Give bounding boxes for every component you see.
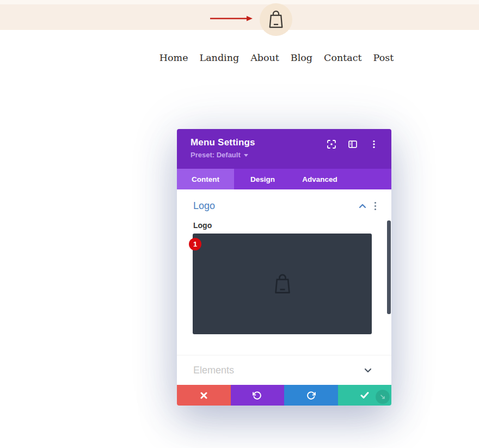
nav-item-home[interactable]: Home (159, 52, 188, 63)
undo-button[interactable] (231, 385, 285, 406)
section-options-icon[interactable] (374, 201, 377, 211)
tab-advanced[interactable]: Advanced (291, 169, 348, 189)
shopping-bag-icon (267, 9, 285, 30)
nav-item-about[interactable]: About (250, 52, 279, 63)
tab-design[interactable]: Design (234, 169, 291, 189)
elements-section-title[interactable]: Elements (193, 365, 234, 376)
main-nav: Home Landing About Blog Contact Post (74, 52, 479, 63)
nav-item-post[interactable]: Post (373, 52, 394, 63)
scrollbar-thumb[interactable] (387, 220, 391, 314)
redo-icon (306, 391, 316, 400)
split-view-icon[interactable] (348, 139, 358, 149)
modal-title: Menu Settings (191, 137, 255, 148)
preset-label: Preset: Default (191, 151, 241, 159)
resize-grip-icon[interactable] (376, 390, 390, 404)
chevron-down-icon[interactable] (364, 368, 372, 373)
preset-selector[interactable]: Preset: Default (191, 151, 255, 159)
caret-down-icon (244, 154, 248, 157)
modal-footer (177, 385, 391, 406)
close-icon (200, 392, 207, 399)
menu-settings-modal: Menu Settings Preset: Default (177, 129, 391, 406)
red-arrow-right-icon (210, 15, 253, 22)
discard-button[interactable] (177, 385, 231, 406)
modal-body: Logo Logo 1 Elements (177, 189, 391, 385)
nav-item-contact[interactable]: Contact (324, 52, 362, 63)
zoom-focus-icon[interactable] (327, 139, 336, 149)
logo-field-label: Logo (193, 221, 391, 230)
shopping-bag-icon (273, 273, 292, 296)
save-button[interactable] (338, 385, 392, 406)
elements-section-header: Elements (177, 355, 391, 385)
step-badge: 1 (189, 238, 201, 250)
modal-header-icons (327, 137, 379, 169)
modal-tabbar: Content Design Advanced (177, 169, 391, 189)
chevron-up-icon[interactable] (359, 204, 366, 208)
logo-section-title[interactable]: Logo (193, 200, 215, 212)
nav-item-blog[interactable]: Blog (291, 52, 312, 63)
logo-section-header: Logo (177, 189, 391, 212)
check-icon (360, 391, 369, 399)
modal-header: Menu Settings Preset: Default (177, 129, 391, 169)
modal-header-text: Menu Settings Preset: Default (191, 137, 255, 169)
undo-icon (253, 391, 262, 400)
logo-section-controls (359, 201, 377, 211)
tab-content[interactable]: Content (177, 169, 234, 189)
ellipsis-icon[interactable] (369, 139, 379, 149)
site-logo[interactable] (260, 3, 292, 36)
logo-upload-preview[interactable] (193, 234, 372, 334)
nav-item-landing[interactable]: Landing (200, 52, 240, 63)
redo-button[interactable] (284, 385, 338, 406)
